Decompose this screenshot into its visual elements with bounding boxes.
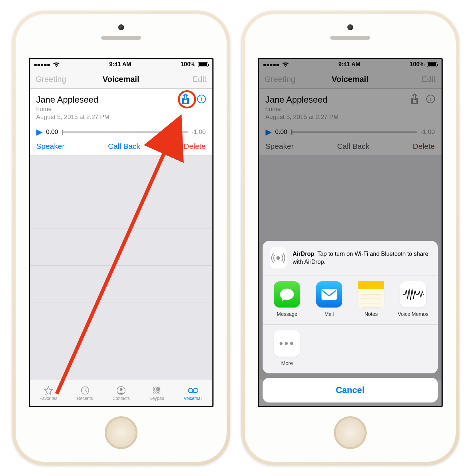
message-app-icon bbox=[274, 281, 300, 308]
earpiece bbox=[330, 36, 370, 40]
playback-controls: ▶ 0:00 -1:00 bbox=[36, 127, 206, 137]
share-actions-row: ••• More bbox=[263, 325, 438, 373]
clock-icon bbox=[80, 386, 91, 395]
voicememos-app-icon bbox=[400, 281, 426, 308]
callback-button[interactable]: Call Back bbox=[108, 142, 140, 151]
phone-body: 9:41 AM 100% Greeting Voicemail Edit Jan… bbox=[16, 14, 227, 462]
battery-icon bbox=[198, 62, 208, 67]
star-icon bbox=[43, 386, 54, 395]
airdrop-row[interactable]: AirDrop. Tap to turn on Wi-Fi and Blueto… bbox=[263, 241, 438, 275]
greeting-button[interactable]: Greeting bbox=[36, 75, 68, 84]
home-button[interactable] bbox=[105, 416, 137, 449]
voicemail-date: August 5, 2015 at 2:27 PM bbox=[36, 114, 206, 121]
notes-app-icon bbox=[358, 281, 384, 308]
play-icon[interactable]: ▶ bbox=[36, 127, 43, 137]
speaker-button[interactable]: Speaker bbox=[36, 142, 65, 151]
home-button[interactable] bbox=[334, 416, 367, 449]
screen-right: 9:41 AM 100% Greeting Voicemail Edit Jan… bbox=[258, 58, 443, 407]
svg-point-14 bbox=[188, 388, 193, 392]
elapsed-time: 0:00 bbox=[46, 128, 58, 136]
front-camera bbox=[347, 24, 353, 30]
delete-button[interactable]: Delete bbox=[184, 142, 206, 151]
svg-rect-22 bbox=[358, 281, 384, 289]
share-notes[interactable]: Notes bbox=[350, 281, 392, 317]
more-icon: ••• bbox=[274, 330, 300, 357]
svg-rect-21 bbox=[322, 289, 337, 300]
tab-contacts[interactable]: Contacts bbox=[112, 386, 129, 401]
svg-point-20 bbox=[277, 257, 280, 259]
tab-keypad[interactable]: Keypad bbox=[149, 386, 164, 401]
tab-recents[interactable]: Recents bbox=[77, 386, 93, 401]
earpiece bbox=[101, 36, 141, 40]
voicemail-icon bbox=[188, 386, 199, 395]
tab-bar: Favorites Recents Contacts Keypad Voicem… bbox=[30, 380, 212, 406]
wifi-icon bbox=[53, 62, 60, 67]
tab-favorites[interactable]: Favorites bbox=[39, 386, 57, 401]
page-title: Voicemail bbox=[103, 75, 139, 84]
signal-dots-icon bbox=[34, 61, 51, 68]
front-camera bbox=[118, 24, 124, 30]
svg-text:i: i bbox=[200, 96, 202, 103]
nav-bar: Greeting Voicemail Edit bbox=[30, 70, 212, 89]
remaining-time: -1:00 bbox=[192, 128, 206, 136]
phone-body: 9:41 AM 100% Greeting Voicemail Edit Jan… bbox=[245, 14, 456, 462]
share-more[interactable]: ••• More bbox=[266, 330, 308, 366]
svg-point-11 bbox=[153, 392, 155, 393]
svg-point-4 bbox=[120, 388, 122, 390]
voicemail-label: home bbox=[36, 106, 206, 113]
voicemail-row[interactable]: Jane Appleseed home August 5, 2015 at 2:… bbox=[30, 89, 212, 155]
cancel-button[interactable]: Cancel bbox=[263, 378, 438, 402]
share-sheet: AirDrop. Tap to turn on Wi-Fi and Blueto… bbox=[263, 241, 438, 402]
list-background bbox=[30, 155, 212, 380]
info-icon[interactable]: i bbox=[196, 94, 207, 104]
share-message[interactable]: Message bbox=[266, 281, 308, 317]
contact-icon bbox=[116, 386, 127, 395]
phone-left: 9:41 AM 100% Greeting Voicemail Edit Jan… bbox=[12, 11, 230, 465]
svg-point-9 bbox=[156, 389, 158, 391]
status-time: 9:41 AM bbox=[109, 61, 131, 68]
svg-point-10 bbox=[158, 389, 160, 391]
svg-point-15 bbox=[193, 388, 198, 392]
tab-voicemail[interactable]: Voicemail bbox=[184, 386, 202, 401]
airdrop-text: AirDrop. Tap to turn on Wi-Fi and Blueto… bbox=[292, 250, 430, 266]
svg-point-12 bbox=[156, 392, 158, 393]
status-bar: 9:41 AM 100% bbox=[30, 59, 212, 70]
svg-point-8 bbox=[153, 389, 155, 391]
share-voicememos[interactable]: Voice Memos bbox=[392, 281, 434, 317]
mail-app-icon bbox=[316, 281, 342, 308]
share-apps-row: Message Mail Notes bbox=[263, 275, 438, 325]
edit-button[interactable]: Edit bbox=[174, 75, 207, 84]
share-mail[interactable]: Mail bbox=[308, 281, 350, 317]
screen-left: 9:41 AM 100% Greeting Voicemail Edit Jan… bbox=[29, 58, 213, 407]
annotation-circle bbox=[178, 90, 196, 108]
svg-rect-23 bbox=[358, 289, 384, 308]
svg-point-13 bbox=[158, 392, 160, 393]
keypad-icon bbox=[151, 386, 162, 395]
battery-pct: 100% bbox=[181, 61, 196, 68]
scrubber[interactable] bbox=[62, 131, 188, 133]
svg-point-5 bbox=[153, 387, 155, 389]
airdrop-icon bbox=[270, 247, 287, 269]
svg-point-7 bbox=[158, 387, 160, 389]
phone-right: 9:41 AM 100% Greeting Voicemail Edit Jan… bbox=[241, 11, 459, 465]
svg-point-6 bbox=[156, 387, 158, 389]
